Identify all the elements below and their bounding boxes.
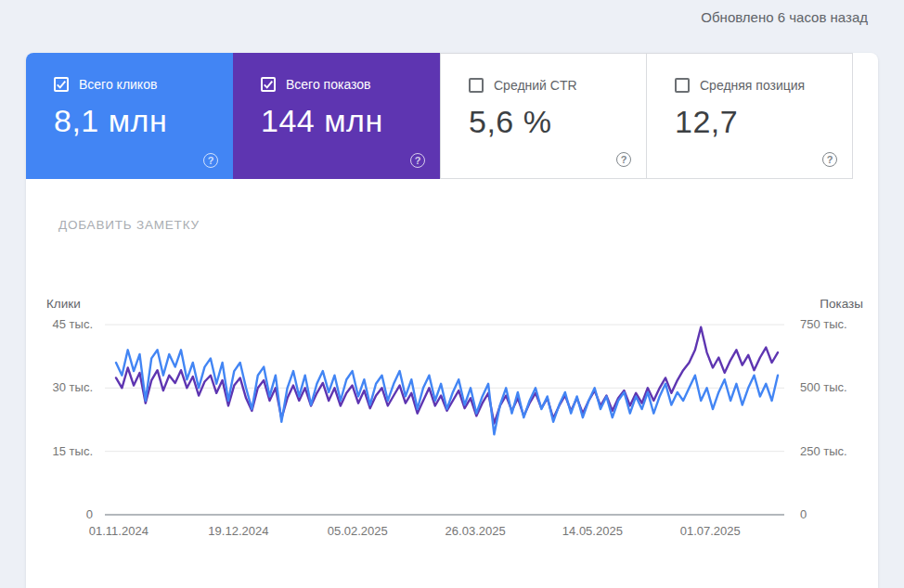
x-axis-date-label: 26.03.2025 [432,524,519,538]
performance-line-chart[interactable] [26,292,878,588]
metric-label: Средний CTR [494,78,577,93]
metric-label: Всего показов [286,77,371,92]
ctr-checkbox[interactable] [469,78,484,93]
metric-label: Средняя позиция [700,78,805,93]
metric-value: 5,6 % [469,104,646,140]
right-axis-tick: 250 тыс. [800,444,847,458]
performance-panel: Всего кликов 8,1 млн ? Всего показов 144… [26,53,878,588]
chart-area: Клики Показы 45 тыс.30 тыс.15 тыс.0750 т… [26,292,878,588]
x-axis-date-label: 05.02.2025 [314,524,401,538]
right-axis-tick: 750 тыс. [800,317,847,331]
help-icon[interactable]: ? [410,153,425,168]
x-axis-date-label: 01.11.2024 [75,524,162,538]
left-axis-tick: 0 [26,507,93,521]
metric-card-total-impressions[interactable]: Всего показов 144 млн ? [233,53,440,179]
right-axis-tick: 500 тыс. [800,380,847,394]
help-icon[interactable]: ? [203,153,218,168]
position-checkbox[interactable] [675,78,690,93]
metric-label: Всего кликов [79,77,157,92]
add-note-button[interactable]: ДОБАВИТЬ ЗАМЕТКУ [58,211,200,239]
checkmark-icon [56,79,67,90]
metric-card-avg-ctr[interactable]: Средний CTR 5,6 % ? [440,53,647,179]
help-icon[interactable]: ? [822,152,837,167]
metric-card-avg-position[interactable]: Средняя позиция 12,7 ? [646,53,853,179]
checkmark-icon [263,79,274,90]
metric-value: 8,1 млн [54,103,233,139]
last-updated-text: Обновлено 6 часов назад [701,9,868,25]
x-axis-date-label: 14.05.2025 [549,524,636,538]
left-axis-tick: 30 тыс. [26,380,93,394]
impressions-checkbox[interactable] [261,77,276,92]
metric-card-row: Всего кликов 8,1 млн ? Всего показов 144… [26,53,878,179]
help-icon[interactable]: ? [616,152,631,167]
x-axis-date-label: 01.07.2025 [666,524,754,538]
x-axis-date-label: 19.12.2024 [195,524,282,538]
metric-value: 144 млн [261,103,440,139]
metric-card-total-clicks[interactable]: Всего кликов 8,1 млн ? [26,53,233,179]
metric-value: 12,7 [675,104,852,140]
right-axis-tick: 0 [800,507,807,521]
clicks-checkbox[interactable] [54,77,69,92]
left-axis-tick: 15 тыс. [26,444,93,458]
left-axis-tick: 45 тыс. [26,317,93,331]
